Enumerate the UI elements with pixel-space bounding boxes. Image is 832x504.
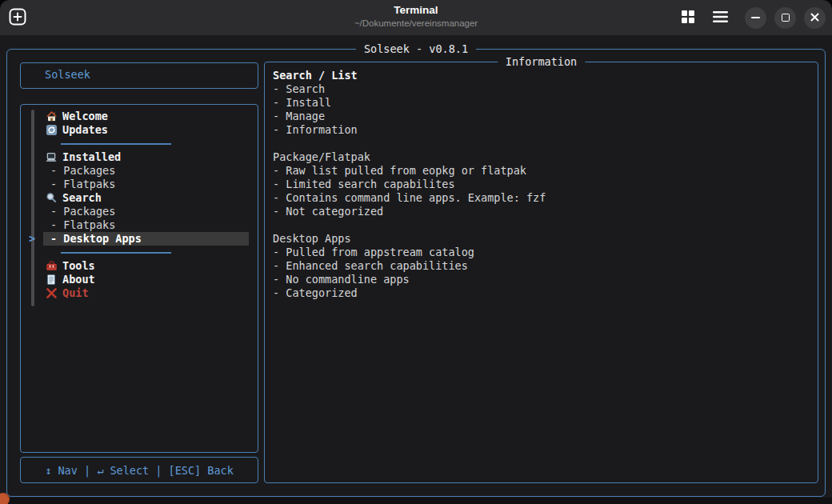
sidebar-item-label: - Packages: [50, 164, 115, 178]
app-title: Solseek - v0.8.1: [356, 42, 476, 55]
tab-overview-button[interactable]: [678, 7, 698, 28]
sidebar-item-label: Welcome: [62, 110, 108, 123]
terminal-window: Terminal ~/Dokumente/vereinsmanager: [0, 0, 832, 504]
sidebar-item-label: - Flatpaks: [50, 178, 115, 191]
close-button[interactable]: [804, 7, 826, 29]
document-icon: [45, 273, 58, 286]
info-section-heading: Search / List: [273, 69, 813, 82]
titlebar-controls: [678, 0, 826, 35]
info-line: - Categorized: [273, 286, 813, 300]
toolbox-icon: [45, 259, 58, 273]
sidebar-item-label: Quit: [62, 286, 89, 300]
info-section-heading: Desktop Apps: [273, 232, 813, 246]
terminal-content: Solseek - v0.8.1 Solseek WelcomeUpdatesI…: [0, 35, 832, 498]
laptop-icon: [45, 150, 58, 164]
grid-icon: [681, 10, 695, 26]
sidebar-item-label: Tools: [62, 259, 95, 273]
info-line: - Information: [273, 123, 813, 137]
desktop-background-strip: [0, 498, 832, 504]
sidebar-item-packages[interactable]: - Packages: [21, 205, 258, 218]
info-section-desktop-apps: Desktop Apps- Pulled from appstream cata…: [273, 232, 813, 300]
info-line: - Manage: [273, 110, 813, 123]
sidebar-item-flatpaks[interactable]: - Flatpaks: [21, 178, 258, 191]
sidebar-item-installed[interactable]: Installed: [21, 150, 258, 164]
sidebar-item-label: Installed: [62, 150, 121, 164]
info-line: - Pulled from appstream catalog: [273, 246, 813, 259]
sidebar-item-tools[interactable]: Tools: [21, 259, 258, 273]
info-panel-content: Search / List- Search- Install- Manage- …: [273, 69, 813, 300]
titlebar[interactable]: Terminal ~/Dokumente/vereinsmanager: [0, 0, 832, 35]
sidebar-item-search[interactable]: Search: [21, 191, 258, 205]
sidebar-header-box: Solseek: [20, 62, 258, 89]
menu-separator: [21, 246, 258, 259]
minimize-icon: [751, 17, 760, 18]
sidebar-menu-items: WelcomeUpdatesInstalled- Packages- Flatp…: [21, 110, 258, 300]
sidebar-item-label: - Desktop Apps: [50, 232, 142, 246]
sidebar-item-flatpaks[interactable]: - Flatpaks: [21, 218, 258, 232]
sidebar-item-about[interactable]: About: [21, 273, 258, 286]
info-section-heading: Package/Flatpak: [273, 150, 813, 164]
sidebar-item-quit[interactable]: Quit: [21, 286, 258, 300]
sidebar-item-label: - Flatpaks: [50, 218, 115, 232]
info-line: - Enhanced search capabilities: [273, 259, 813, 273]
sidebar-item-welcome[interactable]: Welcome: [21, 110, 258, 123]
info-line: - No commandline apps: [273, 273, 813, 286]
close-x-icon: [45, 286, 58, 300]
refresh-icon: [45, 123, 58, 137]
info-line: - Limited search capabilites: [273, 178, 813, 191]
new-tab-button[interactable]: [8, 8, 27, 27]
sidebar-item-label: About: [62, 273, 95, 286]
minimize-button[interactable]: [745, 7, 766, 29]
search-icon: [45, 191, 58, 205]
menu-button[interactable]: [710, 7, 730, 28]
hamburger-icon: [713, 11, 728, 25]
info-line: - Contains command line apps. Example: f…: [273, 191, 813, 205]
sidebar-item-packages[interactable]: - Packages: [21, 164, 258, 178]
maximize-button[interactable]: [774, 7, 796, 29]
info-section-search-list: Search / List- Search- Install- Manage- …: [273, 69, 813, 137]
house-icon: [45, 110, 58, 123]
info-line: - Install: [273, 96, 813, 110]
menu-separator: [21, 137, 258, 150]
info-line: - Raw list pulled from eopkg or flatpak: [273, 164, 813, 178]
selection-cursor: >: [29, 232, 35, 246]
info-section-package-flatpak: Package/Flatpak- Raw list pulled from eo…: [273, 150, 813, 218]
sidebar-item-label: Search: [62, 191, 102, 205]
sidebar-item-label: Updates: [62, 123, 108, 137]
info-line: - Not categorized: [273, 205, 813, 218]
nav-help-label: ↕ Nav | ↵ Select | [ESC] Back: [45, 464, 234, 477]
sidebar-item-updates[interactable]: Updates: [21, 123, 258, 137]
info-line: - Search: [273, 82, 813, 96]
sidebar-item-desktop-apps[interactable]: >- Desktop Apps: [21, 232, 258, 246]
sidebar-item-label: - Packages: [50, 205, 115, 218]
sidebar-header-label: Solseek: [45, 68, 90, 81]
sidebar-menu: WelcomeUpdatesInstalled- Packages- Flatp…: [20, 104, 258, 453]
info-panel-title: Information: [498, 55, 585, 68]
maximize-icon: [782, 14, 790, 22]
nav-help-box: ↕ Nav | ↵ Select | [ESC] Back: [20, 457, 258, 483]
plus-square-icon: [9, 8, 26, 28]
info-panel: Information Search / List- Search- Insta…: [264, 62, 818, 483]
close-icon: [810, 12, 819, 24]
